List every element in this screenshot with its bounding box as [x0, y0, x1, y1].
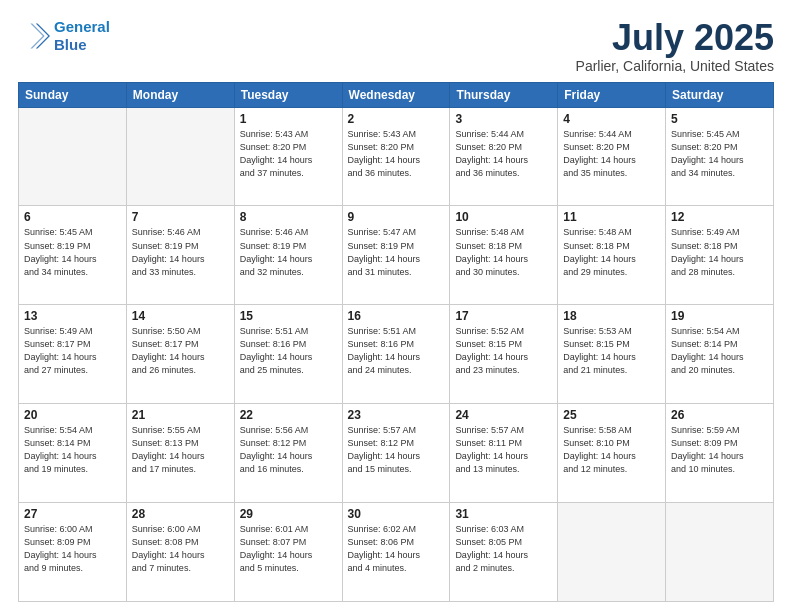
day-number: 3: [455, 112, 552, 126]
calendar-week-3: 20Sunrise: 5:54 AM Sunset: 8:14 PM Dayli…: [19, 404, 774, 503]
day-number: 25: [563, 408, 660, 422]
day-number: 4: [563, 112, 660, 126]
calendar-cell: 26Sunrise: 5:59 AM Sunset: 8:09 PM Dayli…: [666, 404, 774, 503]
day-number: 31: [455, 507, 552, 521]
day-number: 28: [132, 507, 229, 521]
header-tuesday: Tuesday: [234, 82, 342, 107]
calendar-cell: 5Sunrise: 5:45 AM Sunset: 8:20 PM Daylig…: [666, 107, 774, 206]
calendar-cell: 15Sunrise: 5:51 AM Sunset: 8:16 PM Dayli…: [234, 305, 342, 404]
header-sunday: Sunday: [19, 82, 127, 107]
calendar-cell: 16Sunrise: 5:51 AM Sunset: 8:16 PM Dayli…: [342, 305, 450, 404]
day-info: Sunrise: 5:44 AM Sunset: 8:20 PM Dayligh…: [455, 128, 552, 180]
day-info: Sunrise: 5:59 AM Sunset: 8:09 PM Dayligh…: [671, 424, 768, 476]
calendar-cell: [19, 107, 127, 206]
day-number: 1: [240, 112, 337, 126]
title-block: July 2025 Parlier, California, United St…: [576, 18, 774, 74]
svg-marker-1: [30, 24, 44, 49]
day-info: Sunrise: 5:43 AM Sunset: 8:20 PM Dayligh…: [240, 128, 337, 180]
day-info: Sunrise: 5:43 AM Sunset: 8:20 PM Dayligh…: [348, 128, 445, 180]
calendar-cell: [126, 107, 234, 206]
day-info: Sunrise: 5:45 AM Sunset: 8:20 PM Dayligh…: [671, 128, 768, 180]
calendar-cell: 10Sunrise: 5:48 AM Sunset: 8:18 PM Dayli…: [450, 206, 558, 305]
day-number: 2: [348, 112, 445, 126]
calendar-cell: 9Sunrise: 5:47 AM Sunset: 8:19 PM Daylig…: [342, 206, 450, 305]
calendar-week-4: 27Sunrise: 6:00 AM Sunset: 8:09 PM Dayli…: [19, 503, 774, 602]
day-info: Sunrise: 5:57 AM Sunset: 8:12 PM Dayligh…: [348, 424, 445, 476]
day-number: 8: [240, 210, 337, 224]
header-thursday: Thursday: [450, 82, 558, 107]
day-info: Sunrise: 5:46 AM Sunset: 8:19 PM Dayligh…: [240, 226, 337, 278]
calendar-cell: 20Sunrise: 5:54 AM Sunset: 8:14 PM Dayli…: [19, 404, 127, 503]
logo-general: General: [54, 18, 110, 35]
day-info: Sunrise: 5:51 AM Sunset: 8:16 PM Dayligh…: [348, 325, 445, 377]
header: General Blue July 2025 Parlier, Californ…: [18, 18, 774, 74]
day-info: Sunrise: 6:00 AM Sunset: 8:08 PM Dayligh…: [132, 523, 229, 575]
calendar-cell: 18Sunrise: 5:53 AM Sunset: 8:15 PM Dayli…: [558, 305, 666, 404]
header-friday: Friday: [558, 82, 666, 107]
day-number: 12: [671, 210, 768, 224]
day-info: Sunrise: 5:51 AM Sunset: 8:16 PM Dayligh…: [240, 325, 337, 377]
calendar-week-2: 13Sunrise: 5:49 AM Sunset: 8:17 PM Dayli…: [19, 305, 774, 404]
day-info: Sunrise: 5:53 AM Sunset: 8:15 PM Dayligh…: [563, 325, 660, 377]
page: General Blue July 2025 Parlier, Californ…: [0, 0, 792, 612]
day-number: 30: [348, 507, 445, 521]
day-info: Sunrise: 5:47 AM Sunset: 8:19 PM Dayligh…: [348, 226, 445, 278]
day-number: 21: [132, 408, 229, 422]
day-info: Sunrise: 6:03 AM Sunset: 8:05 PM Dayligh…: [455, 523, 552, 575]
day-info: Sunrise: 5:45 AM Sunset: 8:19 PM Dayligh…: [24, 226, 121, 278]
calendar-cell: 13Sunrise: 5:49 AM Sunset: 8:17 PM Dayli…: [19, 305, 127, 404]
calendar-cell: [558, 503, 666, 602]
calendar-cell: 21Sunrise: 5:55 AM Sunset: 8:13 PM Dayli…: [126, 404, 234, 503]
day-info: Sunrise: 6:02 AM Sunset: 8:06 PM Dayligh…: [348, 523, 445, 575]
calendar-cell: 2Sunrise: 5:43 AM Sunset: 8:20 PM Daylig…: [342, 107, 450, 206]
calendar-cell: 12Sunrise: 5:49 AM Sunset: 8:18 PM Dayli…: [666, 206, 774, 305]
day-info: Sunrise: 5:54 AM Sunset: 8:14 PM Dayligh…: [24, 424, 121, 476]
logo-blue: Blue: [54, 36, 87, 53]
calendar-header-row: Sunday Monday Tuesday Wednesday Thursday…: [19, 82, 774, 107]
calendar-week-0: 1Sunrise: 5:43 AM Sunset: 8:20 PM Daylig…: [19, 107, 774, 206]
calendar-cell: 23Sunrise: 5:57 AM Sunset: 8:12 PM Dayli…: [342, 404, 450, 503]
day-number: 16: [348, 309, 445, 323]
subtitle: Parlier, California, United States: [576, 58, 774, 74]
calendar-cell: 14Sunrise: 5:50 AM Sunset: 8:17 PM Dayli…: [126, 305, 234, 404]
calendar-cell: 7Sunrise: 5:46 AM Sunset: 8:19 PM Daylig…: [126, 206, 234, 305]
calendar-cell: 31Sunrise: 6:03 AM Sunset: 8:05 PM Dayli…: [450, 503, 558, 602]
calendar-cell: 30Sunrise: 6:02 AM Sunset: 8:06 PM Dayli…: [342, 503, 450, 602]
day-info: Sunrise: 6:01 AM Sunset: 8:07 PM Dayligh…: [240, 523, 337, 575]
header-monday: Monday: [126, 82, 234, 107]
day-number: 5: [671, 112, 768, 126]
calendar-cell: 3Sunrise: 5:44 AM Sunset: 8:20 PM Daylig…: [450, 107, 558, 206]
main-title: July 2025: [576, 18, 774, 58]
day-number: 13: [24, 309, 121, 323]
day-info: Sunrise: 5:58 AM Sunset: 8:10 PM Dayligh…: [563, 424, 660, 476]
day-info: Sunrise: 5:50 AM Sunset: 8:17 PM Dayligh…: [132, 325, 229, 377]
day-number: 23: [348, 408, 445, 422]
day-info: Sunrise: 5:55 AM Sunset: 8:13 PM Dayligh…: [132, 424, 229, 476]
day-number: 26: [671, 408, 768, 422]
calendar-cell: 19Sunrise: 5:54 AM Sunset: 8:14 PM Dayli…: [666, 305, 774, 404]
day-info: Sunrise: 5:49 AM Sunset: 8:17 PM Dayligh…: [24, 325, 121, 377]
calendar-cell: 8Sunrise: 5:46 AM Sunset: 8:19 PM Daylig…: [234, 206, 342, 305]
day-number: 15: [240, 309, 337, 323]
logo-icon: [18, 20, 50, 52]
calendar-cell: 27Sunrise: 6:00 AM Sunset: 8:09 PM Dayli…: [19, 503, 127, 602]
day-number: 19: [671, 309, 768, 323]
logo-text: General Blue: [54, 18, 110, 54]
day-info: Sunrise: 5:44 AM Sunset: 8:20 PM Dayligh…: [563, 128, 660, 180]
calendar-cell: [666, 503, 774, 602]
day-number: 14: [132, 309, 229, 323]
header-saturday: Saturday: [666, 82, 774, 107]
day-number: 29: [240, 507, 337, 521]
calendar-cell: 22Sunrise: 5:56 AM Sunset: 8:12 PM Dayli…: [234, 404, 342, 503]
calendar-cell: 11Sunrise: 5:48 AM Sunset: 8:18 PM Dayli…: [558, 206, 666, 305]
day-number: 9: [348, 210, 445, 224]
day-info: Sunrise: 5:46 AM Sunset: 8:19 PM Dayligh…: [132, 226, 229, 278]
day-info: Sunrise: 5:48 AM Sunset: 8:18 PM Dayligh…: [563, 226, 660, 278]
calendar-cell: 1Sunrise: 5:43 AM Sunset: 8:20 PM Daylig…: [234, 107, 342, 206]
calendar-cell: 6Sunrise: 5:45 AM Sunset: 8:19 PM Daylig…: [19, 206, 127, 305]
day-info: Sunrise: 5:54 AM Sunset: 8:14 PM Dayligh…: [671, 325, 768, 377]
day-number: 10: [455, 210, 552, 224]
day-number: 18: [563, 309, 660, 323]
day-number: 7: [132, 210, 229, 224]
calendar-table: Sunday Monday Tuesday Wednesday Thursday…: [18, 82, 774, 602]
